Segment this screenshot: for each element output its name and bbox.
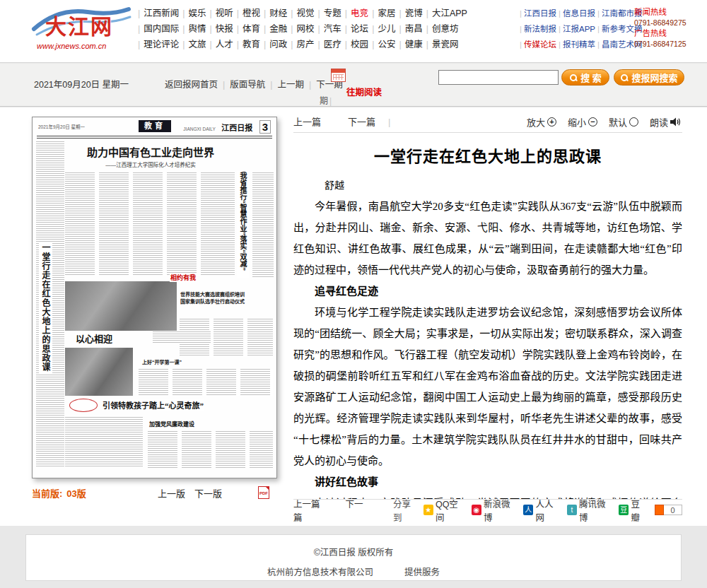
np-photo [65,281,177,331]
tencent-weibo-icon: t [567,505,577,515]
separator [520,9,522,18]
nav-link[interactable]: 家居 [378,8,395,18]
calendar-icon[interactable] [331,69,346,82]
back-home-link[interactable]: 返回报网首页 [165,80,218,90]
nav-link[interactable]: 健康 [405,40,423,49]
search-input[interactable] [438,70,559,85]
prev-page-link[interactable]: 上一版 [158,486,185,500]
provider-suffix: 提供服务 [404,568,440,577]
count-flag-icon [655,505,664,515]
prev-article-link-bottom[interactable]: 上一篇 [293,500,320,510]
default-size-button[interactable]: 默认 [609,115,638,129]
copyright-text: ©江西日报 版权所有 [26,545,681,558]
nav-link[interactable]: 校园 [351,40,368,49]
main-content: 2021年9月20日 星期一 教育 JIANGXI DAILY 江西日报 3 助… [0,107,707,526]
read-aloud-button[interactable]: 朗读 [650,115,681,129]
nav-link[interactable]: 报刊精萃 [563,40,595,49]
nav-link[interactable]: 江西新闻 [144,8,179,18]
nav-link[interactable]: 汽车 [324,24,341,34]
separator [597,40,600,49]
search-button[interactable]: 搜 索 [561,69,609,86]
nav-link[interactable]: 论坛 [351,24,368,34]
reader-tools: 放大 缩小 默认 朗读 [527,115,681,129]
zoom-in-button[interactable]: 放大 [527,115,556,129]
nav-link[interactable]: 电竞 [351,8,368,18]
article-author: 舒越 [293,177,682,192]
share-qzone-link[interactable]: ★QQ空间 [423,497,465,524]
prev-issue-link[interactable]: 上一期 [278,80,305,90]
past-issues-link[interactable]: 往期阅读 [346,85,382,98]
nav-link[interactable]: 视听 [216,8,233,18]
separator [318,40,320,49]
nav-link[interactable]: 新法制报 [524,25,556,33]
zoom-out-button[interactable]: 缩小 [568,115,597,129]
article-subheading: 追寻红色足迹 [293,281,682,302]
site-logo[interactable]: 大江网 www.jxnews.com.cn [31,4,134,59]
nav-link[interactable]: 财经 [269,8,287,18]
pdf-icon[interactable]: PDF [258,486,269,499]
np-text-column [215,172,235,276]
separator [426,8,428,18]
nav-link[interactable]: 理论评论 [144,40,179,49]
nav-link[interactable]: 体育 [243,24,260,34]
nav-link[interactable]: 房产 [297,40,315,49]
nav-link[interactable]: 金融 [269,24,287,34]
nav-link[interactable]: 大江APP [432,8,467,18]
next-article-link[interactable]: 下一篇 [348,117,375,127]
nav-link[interactable]: 江报APP [563,25,595,33]
nav-link[interactable]: 医疗 [324,40,341,49]
share-douban-label: 豆瓣 [631,497,648,524]
nav-link[interactable]: 橙视 [243,8,260,18]
share-sina-weibo-link[interactable]: ◉新浪微博 [472,497,517,524]
nav-link[interactable]: 公安 [378,40,395,49]
nav-link[interactable]: 景瓷网 [432,40,459,49]
article-body[interactable]: 一堂行走在红色大地上的思政课 舒越 今年暑假，南昌航空大学20多支“红色走读”实… [293,134,682,520]
share-bar: 上一篇下一篇 分享到 ★QQ空间◉新浪微博人人人网t腾讯微博豆豆瓣 0 [293,499,682,520]
papers-nav: 江西日报信息日报江南都市报新法制报江报APP新参考文摘传媒论坛报刊精萃昌南艺术网 [518,6,643,52]
nav-link[interactable]: 江西日报 [524,9,556,18]
nav-link[interactable]: 教育 [243,40,260,49]
nav-link[interactable]: 南昌 [405,24,423,34]
page-footer: ©江西日报 版权所有 杭州前方信息技术有限公司提供服务 [25,534,682,581]
hotline-label: 广告热线 [634,28,686,39]
nav-link[interactable]: 少儿 [378,24,395,34]
site-search-button[interactable]: 搜报网搜索 [614,69,684,86]
nav-link[interactable]: 创意坊 [432,24,459,34]
prev-article-link[interactable]: 上一篇 [293,117,321,127]
nav-link[interactable]: 信息日报 [563,9,595,18]
nav-link[interactable]: 人才 [216,40,233,49]
np-section-label: 教育 [139,120,171,132]
nav-link[interactable]: 视觉 [297,8,315,18]
np-story-title: 加强党风廉政建设 [148,420,195,428]
separator [264,24,266,34]
share-count-value: 0 [664,505,682,515]
zoom-in-label: 放大 [527,115,545,129]
separator [399,40,401,49]
nav-link[interactable]: 娱乐 [189,8,206,18]
nav-link[interactable]: 国内国际 [144,24,179,34]
nav-link[interactable]: 专题 [324,8,341,18]
separator [559,25,561,33]
nav-link[interactable]: 舆情 [189,24,206,34]
nav-link[interactable]: 瓷博 [405,8,423,18]
share-renren-link[interactable]: 人人人网 [523,497,561,524]
share-count-widget[interactable]: 0 [655,505,682,515]
separator [138,40,140,49]
default-size-icon [629,117,638,127]
np-dateline: 2021年9月20日 星期一 [38,123,85,130]
np-story-title: 以心相迎 [75,331,113,345]
share-douban-link[interactable]: 豆豆瓣 [619,497,648,524]
layout-nav-link[interactable]: 版面导航 [230,80,265,90]
next-page-link[interactable]: 下一版 [194,486,222,500]
separator [329,96,332,106]
nav-link[interactable]: 网校 [297,24,315,34]
nav-link[interactable]: 问政 [269,40,287,49]
np-page-number: 3 [259,120,271,134]
nav-link[interactable]: 快报 [216,24,233,34]
newspaper-page-thumbnail[interactable]: 2021年9月20日 星期一 教育 JIANGXI DAILY 江西日报 3 助… [32,117,277,478]
share-tencent-weibo-link[interactable]: t腾讯微博 [567,497,612,524]
nav-link[interactable]: 传媒论坛 [524,40,556,49]
nav-link[interactable]: 文旅 [189,40,206,49]
separator [182,24,185,34]
share-label: 分享到 [393,497,419,524]
